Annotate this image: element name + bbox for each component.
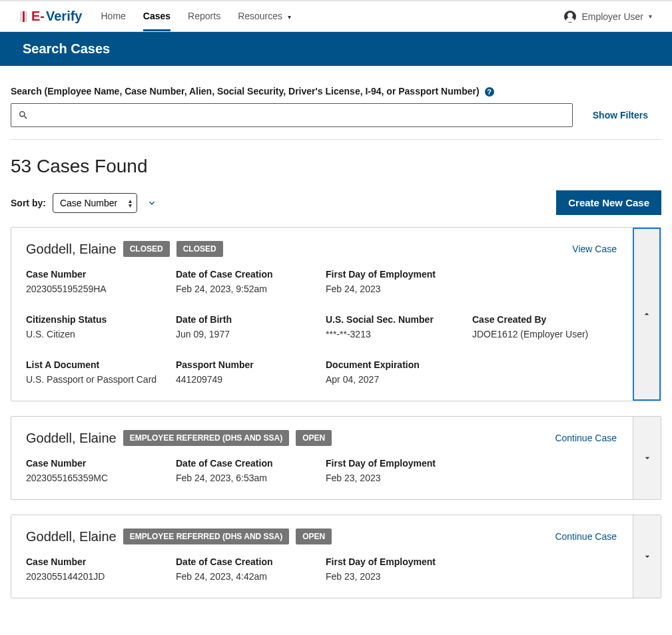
- field: First Day of Employment Feb 23, 2023: [326, 556, 472, 582]
- field: Case Number 2023055144201JD: [26, 556, 176, 582]
- field: Date of Case Creation Feb 24, 2023, 6:53…: [176, 458, 326, 483]
- status-badge: EMPLOYEE REFERRED (DHS AND SSA): [123, 430, 290, 446]
- search-label: Search (Employee Name, Case Number, Alie…: [11, 86, 661, 97]
- user-label: Employer User: [581, 11, 643, 22]
- field-label: Case Number: [26, 458, 176, 469]
- field-value: Feb 23, 2023: [326, 473, 472, 483]
- status-badge: CLOSED: [176, 241, 223, 257]
- field: Date of Case Creation Feb 24, 2023, 9:52…: [176, 269, 326, 294]
- help-icon[interactable]: ?: [485, 87, 494, 97]
- continue-case-link[interactable]: Continue Case: [555, 531, 617, 542]
- chevron-down-icon: ▾: [288, 13, 291, 21]
- field-value: U.S. Passport or Passport Card: [26, 374, 176, 385]
- case-card-body: Goddell, Elaine EMPLOYEE REFERRED (DHS A…: [11, 417, 633, 499]
- content: Search (Employee Name, Case Number, Alie…: [0, 66, 672, 612]
- case-card: Goddell, Elaine EMPLOYEE REFERRED (DHS A…: [11, 515, 661, 598]
- show-filters-link[interactable]: Show Filters: [593, 110, 648, 120]
- nav-home[interactable]: Home: [101, 1, 125, 31]
- nav-links: Home Cases Reports Resources ▾: [101, 1, 290, 31]
- top-nav: E-Verify Home Cases Reports Resources ▾ …: [0, 0, 672, 32]
- field: Date of Case Creation Feb 24, 2023, 4:42…: [176, 556, 326, 582]
- status-badge: CLOSED: [123, 241, 170, 257]
- search-box[interactable]: [11, 103, 573, 127]
- case-name: Goddell, Elaine: [26, 529, 117, 544]
- field-label: Case Number: [26, 269, 176, 280]
- field-label: First Day of Employment: [326, 269, 472, 280]
- case-card-header: Goddell, Elaine CLOSED CLOSED View Case: [26, 241, 618, 257]
- search-icon: [18, 110, 29, 120]
- toolbar: Sort by: Case Number ▴▾ Create New Case: [11, 190, 661, 215]
- field-label: Date of Case Creation: [176, 458, 326, 469]
- card-expand-toggle[interactable]: [633, 417, 661, 499]
- field-label: Case Number: [26, 556, 176, 567]
- field: List A Document U.S. Passport or Passpor…: [26, 359, 176, 385]
- nav-cases[interactable]: Cases: [143, 1, 170, 31]
- card-expand-toggle[interactable]: [633, 515, 661, 598]
- field: Case Created By JDOE1612 (Employer User): [472, 314, 618, 339]
- field-label: Document Expiration: [326, 359, 472, 370]
- view-case-link[interactable]: View Case: [572, 244, 617, 254]
- field-value: Feb 24, 2023, 6:53am: [176, 473, 326, 483]
- field-label: First Day of Employment: [326, 458, 472, 469]
- field-label: Date of Case Creation: [176, 556, 326, 567]
- case-card-header: Goddell, Elaine EMPLOYEE REFERRED (DHS A…: [26, 430, 618, 446]
- search-label-text: Search (Employee Name, Case Number, Alie…: [11, 86, 480, 97]
- create-new-case-button[interactable]: Create New Case: [556, 190, 661, 215]
- field-value: 441209749: [176, 374, 326, 385]
- case-card-header-left: Goddell, Elaine EMPLOYEE REFERRED (DHS A…: [26, 430, 332, 446]
- field: Case Number 2023055165359MC: [26, 458, 176, 483]
- user-icon: [564, 11, 576, 23]
- case-card: Goddell, Elaine CLOSED CLOSED View Case …: [11, 227, 661, 401]
- field: Date of Birth Jun 09, 1977: [176, 314, 326, 339]
- user-menu[interactable]: Employer User ▾: [564, 11, 652, 23]
- field-value: 2023055195259HA: [26, 284, 176, 294]
- field-value: Apr 04, 2027: [326, 374, 472, 385]
- field-label: Date of Birth: [176, 314, 326, 325]
- case-fields: Case Number 2023055144201JD Date of Case…: [26, 556, 618, 582]
- field-value: Feb 23, 2023: [326, 571, 472, 582]
- field-value: JDOE1612 (Employer User): [472, 329, 618, 339]
- case-card-body: Goddell, Elaine CLOSED CLOSED View Case …: [11, 228, 633, 401]
- sort-select[interactable]: Case Number: [53, 193, 137, 213]
- search-input[interactable]: [29, 107, 565, 123]
- nav-resources-label: Resources: [238, 11, 282, 21]
- sort-direction-button[interactable]: [144, 194, 160, 212]
- divider: [11, 139, 661, 140]
- case-card-header: Goddell, Elaine EMPLOYEE REFERRED (DHS A…: [26, 529, 618, 544]
- case-name: Goddell, Elaine: [26, 431, 117, 446]
- field-value: Feb 24, 2023, 4:42am: [176, 571, 326, 582]
- field: Passport Number 441209749: [176, 359, 326, 385]
- field-label: Date of Case Creation: [176, 269, 326, 280]
- field: First Day of Employment Feb 24, 2023: [326, 269, 472, 294]
- field: Citizenship Status U.S. Citizen: [26, 314, 176, 339]
- nav-reports[interactable]: Reports: [188, 1, 220, 31]
- results-count: 53 Cases Found: [11, 156, 661, 177]
- field-value: 2023055144201JD: [26, 571, 176, 582]
- status-badge: OPEN: [296, 529, 332, 544]
- chevron-up-icon: [641, 309, 652, 319]
- case-card: Goddell, Elaine EMPLOYEE REFERRED (DHS A…: [11, 416, 661, 500]
- status-badge: EMPLOYEE REFERRED (DHS AND SSA): [123, 529, 290, 544]
- card-collapse-toggle[interactable]: [633, 228, 661, 401]
- case-name: Goddell, Elaine: [26, 242, 117, 257]
- field-value: U.S. Citizen: [26, 329, 176, 339]
- sort-label: Sort by:: [11, 198, 46, 208]
- sort-controls: Sort by: Case Number ▴▾: [11, 193, 160, 213]
- top-nav-left: E-Verify Home Cases Reports Resources ▾: [20, 1, 291, 31]
- chevron-down-icon: [642, 551, 653, 562]
- case-fields: Case Number 2023055195259HA Date of Case…: [26, 269, 618, 385]
- field: Case Number 2023055195259HA: [26, 269, 176, 294]
- everify-logo: E-Verify: [20, 9, 82, 24]
- field-label: Citizenship Status: [26, 314, 176, 325]
- chevron-down-icon: [642, 453, 653, 463]
- case-card-body: Goddell, Elaine EMPLOYEE REFERRED (DHS A…: [11, 515, 633, 598]
- field-value: Feb 24, 2023, 9:52am: [176, 284, 326, 294]
- continue-case-link[interactable]: Continue Case: [555, 433, 617, 443]
- case-card-header-left: Goddell, Elaine EMPLOYEE REFERRED (DHS A…: [26, 529, 332, 544]
- nav-resources[interactable]: Resources ▾: [238, 1, 291, 31]
- field-value: Jun 09, 1977: [176, 329, 326, 339]
- field-label: Case Created By: [472, 314, 618, 325]
- field-value: 2023055165359MC: [26, 473, 176, 483]
- search-row: Show Filters: [11, 103, 661, 127]
- case-fields: Case Number 2023055165359MC Date of Case…: [26, 458, 618, 483]
